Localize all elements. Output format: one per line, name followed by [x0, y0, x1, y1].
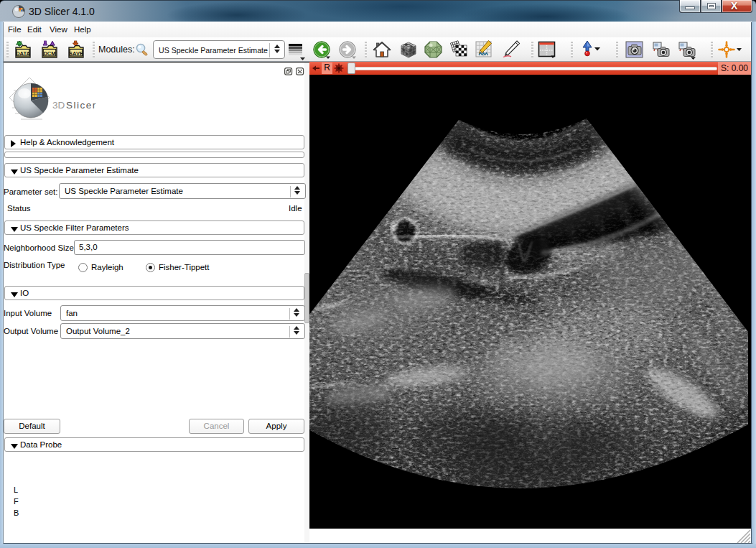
svg-text:3D: 3D	[52, 100, 65, 111]
svg-text:SAVE: SAVE	[69, 50, 83, 57]
svg-text:Slicer: Slicer	[66, 100, 97, 111]
svg-text:DATA: DATA	[16, 50, 30, 57]
svg-text:DCM: DCM	[43, 50, 55, 57]
